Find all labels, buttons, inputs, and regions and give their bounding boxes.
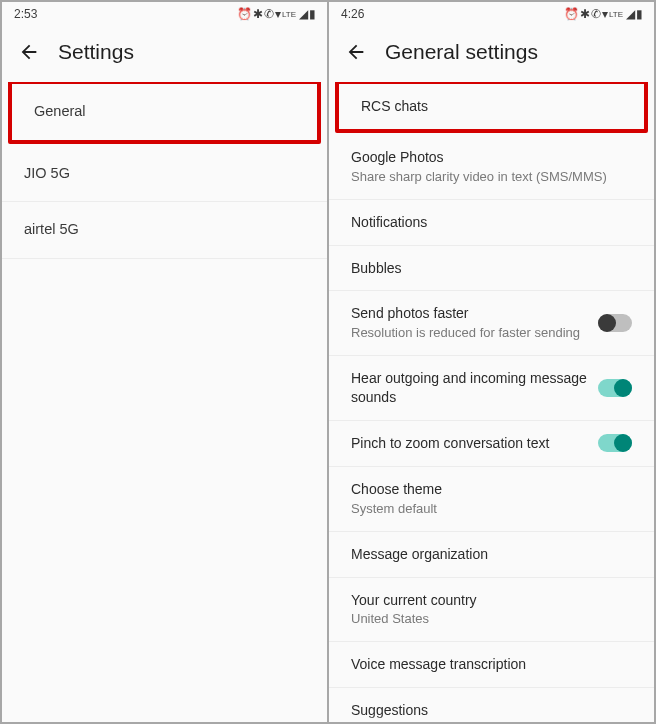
list-item-subtitle: United States	[351, 611, 632, 628]
list-item-choose-theme[interactable]: Choose theme System default	[329, 467, 654, 532]
appbar: General settings	[329, 26, 654, 82]
list-item-subtitle: System default	[351, 501, 632, 518]
list-item-current-country[interactable]: Your current country United States	[329, 578, 654, 643]
list-item-message-sounds[interactable]: Hear outgoing and incoming message sound…	[329, 356, 654, 421]
back-icon[interactable]	[345, 41, 367, 63]
alarm-icon: ⏰	[237, 7, 251, 21]
list-item-subtitle: Resolution is reduced for faster sending	[351, 325, 588, 342]
scroll-fade	[329, 716, 654, 722]
status-bar: 2:53 ⏰ ✱ ✆ ▾ LTE ◢ ▮	[2, 2, 327, 26]
list-item-voice-transcription[interactable]: Voice message transcription	[329, 642, 654, 688]
battery-icon: ▮	[309, 7, 315, 21]
page-title: General settings	[385, 40, 538, 64]
list-item-label: Google Photos	[351, 148, 632, 167]
list-item-label: airtel 5G	[24, 220, 305, 240]
wifi-icon: ▾	[602, 7, 607, 21]
list-item-sim-airtel[interactable]: airtel 5G	[2, 202, 327, 259]
phone-screen-general-settings: 4:26 ⏰ ✱ ✆ ▾ LTE ◢ ▮ General settings RC…	[329, 2, 654, 722]
list-item-label: Voice message transcription	[351, 655, 632, 674]
list-item-sim-jio[interactable]: JIO 5G	[2, 146, 327, 203]
list-item-message-organization[interactable]: Message organization	[329, 532, 654, 578]
list-item-label: Send photos faster	[351, 304, 588, 323]
status-icons: ⏰ ✱ ✆ ▾ LTE ◢ ▮	[237, 7, 315, 21]
list-item-label: Pinch to zoom conversation text	[351, 434, 588, 453]
lte-icon: LTE	[609, 10, 623, 19]
list-item-google-photos[interactable]: Google Photos Share sharp clarity video …	[329, 135, 654, 200]
list-item-label: General	[34, 102, 295, 122]
toggle-pinch-zoom[interactable]	[598, 434, 632, 452]
page-title: Settings	[58, 40, 134, 64]
signal-icon: ◢	[299, 7, 307, 21]
settings-list: General JIO 5G airtel 5G	[2, 82, 327, 722]
toggle-message-sounds[interactable]	[598, 379, 632, 397]
general-settings-list: RCS chats Google Photos Share sharp clar…	[329, 82, 654, 722]
lte-icon: LTE	[282, 10, 296, 19]
list-item-label: RCS chats	[361, 97, 622, 116]
bluetooth-icon: ✱	[253, 7, 262, 21]
list-item-notifications[interactable]: Notifications	[329, 200, 654, 246]
list-item-label: Message organization	[351, 545, 632, 564]
battery-icon: ▮	[636, 7, 642, 21]
list-item-pinch-zoom[interactable]: Pinch to zoom conversation text	[329, 421, 654, 467]
back-icon[interactable]	[18, 41, 40, 63]
list-item-label: Your current country	[351, 591, 632, 610]
list-item-label: Bubbles	[351, 259, 632, 278]
status-icons: ⏰ ✱ ✆ ▾ LTE ◢ ▮	[564, 7, 642, 21]
list-item-general[interactable]: General	[8, 82, 321, 144]
appbar: Settings	[2, 26, 327, 82]
status-bar: 4:26 ⏰ ✱ ✆ ▾ LTE ◢ ▮	[329, 2, 654, 26]
signal-icon: ◢	[626, 7, 634, 21]
alarm-icon: ⏰	[564, 7, 578, 21]
call-icon: ✆	[264, 7, 273, 21]
bluetooth-icon: ✱	[580, 7, 589, 21]
list-item-label: Choose theme	[351, 480, 632, 499]
list-item-send-photos-faster[interactable]: Send photos faster Resolution is reduced…	[329, 291, 654, 356]
list-item-label: JIO 5G	[24, 164, 305, 184]
call-icon: ✆	[591, 7, 600, 21]
list-item-bubbles[interactable]: Bubbles	[329, 246, 654, 292]
wifi-icon: ▾	[275, 7, 280, 21]
status-time: 4:26	[341, 7, 364, 21]
list-item-subtitle: Share sharp clarity video in text (SMS/M…	[351, 169, 632, 186]
list-item-rcs-chats[interactable]: RCS chats	[335, 82, 648, 133]
phone-screen-settings: 2:53 ⏰ ✱ ✆ ▾ LTE ◢ ▮ Settings General JI…	[2, 2, 327, 722]
list-item-label: Notifications	[351, 213, 632, 232]
toggle-send-photos-faster[interactable]	[598, 314, 632, 332]
status-time: 2:53	[14, 7, 37, 21]
list-item-label: Hear outgoing and incoming message sound…	[351, 369, 588, 407]
